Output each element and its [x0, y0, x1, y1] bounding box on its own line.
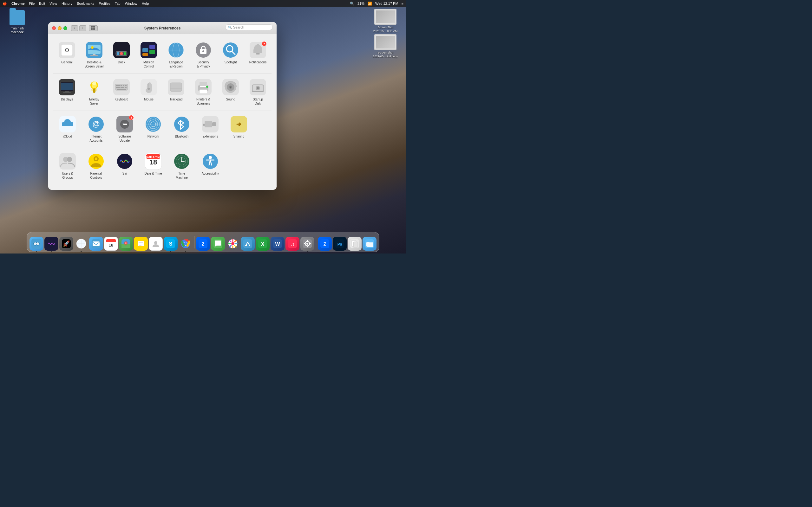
desktop-folder[interactable]: màn hình macbook [4, 10, 30, 34]
back-button[interactable]: ‹ [71, 25, 78, 31]
pref-displays[interactable]: Displays [53, 76, 81, 104]
pref-timemachine[interactable]: TimeMachine [167, 151, 196, 182]
pref-spotlight[interactable]: Spotlight [217, 39, 244, 67]
svg-text:⬨: ⬨ [237, 120, 241, 128]
forward-button[interactable]: › [79, 25, 86, 31]
profiles-menu[interactable]: Profiles [99, 2, 110, 5]
pref-desktop[interactable]: Desktop &Screen Saver [81, 39, 108, 71]
pref-icon-language [168, 42, 184, 58]
pref-software[interactable]: 1 SoftwareUpdate [110, 113, 139, 145]
pref-general[interactable]: ⚙ General [53, 39, 81, 67]
dock-photoshop[interactable]: Ps [333, 237, 347, 250]
search-icon: 🔍 [228, 26, 232, 29]
dock-zalo2[interactable]: Z [318, 237, 332, 250]
notifications-badge: ● [262, 41, 267, 46]
dock-safari[interactable] [74, 237, 88, 250]
svg-rect-21 [142, 53, 148, 56]
pref-network[interactable]: Network [139, 113, 167, 141]
search-box[interactable]: 🔍 [225, 24, 273, 30]
pref-icloud[interactable]: iCloud [53, 113, 82, 141]
pref-language[interactable]: Language& Region [162, 39, 190, 71]
pref-energy[interactable]: EnergySaver [81, 76, 108, 108]
dock-notes[interactable] [134, 237, 148, 250]
dock-appstore[interactable] [241, 237, 255, 250]
spotlight-menubar[interactable]: 🔍 [350, 2, 354, 6]
grid-view-button[interactable] [89, 25, 98, 31]
dock-finder[interactable] [30, 237, 44, 250]
pref-extensions[interactable]: Extensions [196, 113, 224, 141]
help-menu[interactable]: Help [142, 2, 149, 5]
pref-icon-desktop [86, 42, 102, 58]
svg-rect-138 [106, 240, 116, 242]
maximize-button[interactable] [63, 26, 67, 30]
dock-word[interactable]: W [270, 237, 285, 250]
window-menu[interactable]: Window [125, 2, 137, 5]
pref-label-trackpad: Trackpad [169, 97, 183, 101]
pref-trackpad[interactable]: Trackpad [162, 76, 190, 104]
dock-excel[interactable]: X [256, 237, 270, 250]
folder-label: màn hình macbook [4, 26, 30, 34]
pref-parental[interactable]: ! ParentalControls [82, 151, 110, 182]
minimize-button[interactable] [58, 26, 61, 30]
svg-rect-3 [93, 28, 95, 30]
pref-startup[interactable]: StartupDisk [244, 76, 271, 108]
close-button[interactable] [52, 26, 56, 30]
pref-notifications[interactable]: ● Notifications [244, 39, 271, 67]
dock-siri[interactable] [44, 237, 58, 250]
apple-menu[interactable]: 🍎 [3, 2, 7, 6]
pref-dock[interactable]: Dock [108, 39, 135, 67]
view-menu[interactable]: View [49, 2, 57, 5]
svg-point-107 [95, 158, 97, 160]
dock-files[interactable] [362, 237, 376, 250]
pref-datetime[interactable]: DATE & TIME 18 Date & Time [139, 151, 167, 178]
edit-menu[interactable]: Edit [39, 2, 45, 5]
search-input[interactable] [233, 25, 270, 29]
pref-icon-energy [86, 79, 102, 95]
svg-point-30 [202, 50, 204, 52]
pref-label-energy: EnergySaver [89, 97, 99, 106]
clock: Wed 12:17 PM [375, 2, 398, 5]
dock-messages[interactable] [211, 237, 225, 250]
pref-icon-accessibility [202, 153, 218, 170]
dock-music[interactable]: ♫ [286, 237, 299, 250]
dock-contacts[interactable] [149, 237, 163, 250]
dock-launchpad[interactable]: 🚀 [59, 237, 73, 250]
pref-keyboard[interactable]: Keyboard [108, 76, 135, 104]
pref-internet[interactable]: @ InternetAccounts [82, 113, 110, 145]
tab-menu[interactable]: Tab [115, 2, 120, 5]
dock-zalo[interactable]: Z [196, 237, 210, 250]
app-name-menu[interactable]: Chrome [11, 2, 25, 5]
pref-sound[interactable]: Sound [217, 76, 244, 104]
pref-security[interactable]: Security& Privacy [190, 39, 217, 71]
pref-mission[interactable]: MissionControl [135, 39, 162, 71]
pref-label-users: Users &Groups [62, 171, 73, 180]
file-menu[interactable]: File [29, 2, 35, 5]
screenshot-2[interactable]: ▬ Screen Shot2021-05-...AM copy [371, 34, 400, 58]
dock-maps[interactable] [119, 237, 133, 250]
pref-mouse[interactable]: Mouse [135, 76, 162, 104]
pref-printers[interactable]: Printers &Scanners [190, 76, 217, 108]
dock-sysprefs[interactable] [300, 237, 314, 250]
svg-rect-99 [203, 124, 205, 126]
dock-calendar[interactable]: 18 [104, 237, 118, 250]
history-menu[interactable]: History [61, 2, 72, 5]
traffic-lights [52, 26, 67, 30]
dock-mail[interactable] [89, 237, 103, 250]
pref-icon-sharing: ⬨ [231, 116, 247, 132]
wifi-indicator[interactable]: 📶 [368, 2, 372, 6]
dock-chrome[interactable] [179, 237, 193, 250]
dock-skype[interactable]: S [164, 237, 177, 250]
notification-center[interactable]: ≡ [402, 2, 403, 5]
svg-rect-20 [149, 50, 155, 54]
bookmarks-menu[interactable]: Bookmarks [77, 2, 94, 5]
pref-users[interactable]: Users &Groups [53, 151, 82, 182]
pref-sharing[interactable]: ⬨ Sharing [224, 113, 253, 141]
svg-rect-55 [118, 87, 120, 88]
dock-photos[interactable] [226, 237, 240, 250]
pref-accessibility[interactable]: Accessibility [196, 151, 224, 178]
pref-label-spotlight: Spotlight [224, 60, 237, 64]
screenshot-1[interactable]: ▬ Screen Shot2021-05-...0.11 AM [371, 9, 400, 33]
dock-preview[interactable] [348, 237, 362, 250]
pref-bluetooth[interactable]: Bluetooth [167, 113, 196, 141]
pref-siri[interactable]: Siri [110, 151, 139, 178]
